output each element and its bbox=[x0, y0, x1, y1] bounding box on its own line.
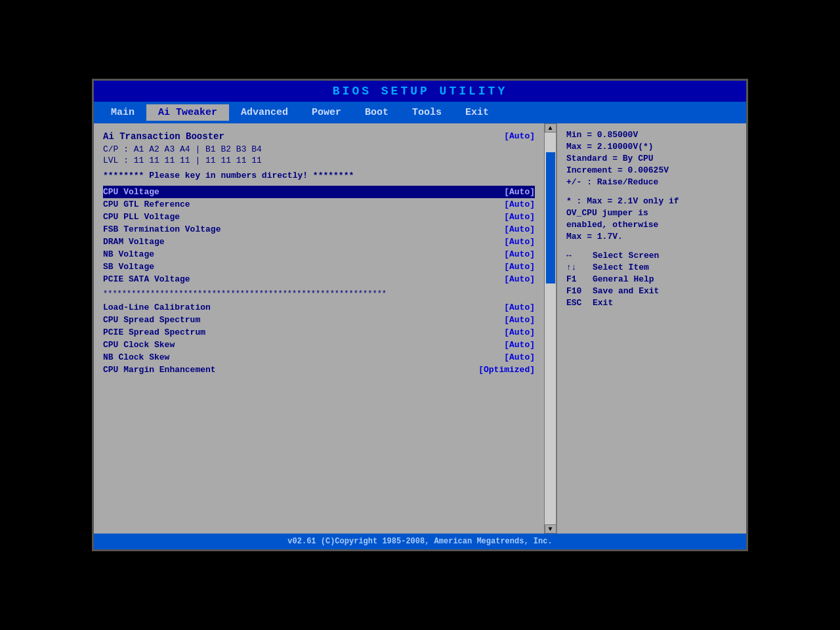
left-panel: Ai Transaction Booster[Auto]C/P : A1 A2 … bbox=[94, 123, 544, 534]
setting2-value-0: [Auto] bbox=[504, 303, 535, 312]
setting2-value-5: [Optimized] bbox=[478, 365, 535, 375]
scrollbar[interactable]: ▲ ▼ bbox=[544, 123, 556, 534]
setting-label-2: CPU PLL Voltage bbox=[103, 212, 180, 222]
key-4: ESC bbox=[566, 298, 593, 308]
setting2-row-0[interactable]: Load-Line Calibration[Auto] bbox=[103, 301, 535, 314]
setting2-value-2: [Auto] bbox=[504, 327, 535, 337]
menu-item-main[interactable]: Main bbox=[99, 104, 146, 121]
setting-row-5[interactable]: NB Voltage[Auto] bbox=[103, 248, 535, 261]
setting-value-5: [Auto] bbox=[504, 249, 535, 259]
atb-value: [Auto] bbox=[504, 131, 535, 143]
info-line-0: Min = 0.85000V bbox=[566, 130, 737, 140]
key-help-row-3: F10Save and Exit bbox=[566, 286, 737, 296]
setting2-value-1: [Auto] bbox=[504, 315, 535, 325]
setting2-label-4: NB Clock Skew bbox=[103, 352, 169, 362]
setting-row-2[interactable]: CPU PLL Voltage[Auto] bbox=[103, 211, 535, 223]
scroll-down-arrow[interactable]: ▼ bbox=[545, 524, 556, 534]
setting2-label-2: PCIE Spread Spectrum bbox=[103, 327, 205, 337]
setting-label-7: PCIE SATA Voltage bbox=[103, 274, 190, 284]
key-desc-2: General Help bbox=[593, 274, 737, 284]
setting-value-0: [Auto] bbox=[504, 187, 535, 197]
setting2-row-3[interactable]: CPU Clock Skew[Auto] bbox=[103, 339, 535, 351]
setting2-label-1: CPU Spread Spectrum bbox=[103, 315, 200, 325]
key-desc-0: Select Screen bbox=[593, 251, 737, 261]
setting-row-7[interactable]: PCIE SATA Voltage[Auto] bbox=[103, 273, 535, 285]
menu-item-exit[interactable]: Exit bbox=[453, 104, 501, 121]
scroll-up-arrow[interactable]: ▲ bbox=[545, 123, 556, 133]
setting-label-1: CPU GTL Reference bbox=[103, 200, 190, 209]
key-help-row-2: F1General Help bbox=[566, 274, 737, 284]
setting2-label-5: CPU Margin Enhancement bbox=[103, 365, 216, 375]
info-line-2: Standard = By CPU bbox=[566, 154, 737, 163]
key-help-section: ↔Select Screen↑↓Select ItemF1General Hel… bbox=[566, 251, 737, 308]
menu-bar: MainAi TweakerAdvancedPowerBootToolsExit bbox=[94, 102, 746, 123]
setting-row-3[interactable]: FSB Termination Voltage[Auto] bbox=[103, 223, 535, 236]
note-line-0: * : Max = 2.1V only if bbox=[566, 196, 737, 206]
atb-label: Ai Transaction Booster bbox=[103, 131, 224, 142]
setting-row-6[interactable]: SB Voltage[Auto] bbox=[103, 261, 535, 273]
setting2-label-0: Load-Line Calibration bbox=[103, 303, 211, 312]
setting-value-2: [Auto] bbox=[504, 212, 535, 222]
notice-line: ******** Please key in numbers directly!… bbox=[103, 171, 535, 180]
menu-item-advanced[interactable]: Advanced bbox=[229, 104, 300, 121]
cp-line: C/P : A1 A2 A3 A4 | B1 B2 B3 B4 bbox=[103, 144, 535, 154]
note-line-3: Max = 1.7V. bbox=[566, 232, 737, 242]
key-help-row-1: ↑↓Select Item bbox=[566, 262, 737, 272]
footer: v02.61 (C)Copyright 1985-2008, American … bbox=[94, 534, 746, 549]
lvl-line: LVL : 11 11 11 11 | 11 11 11 11 bbox=[103, 156, 535, 165]
right-panel: Min = 0.85000VMax = 2.10000V(*)Standard … bbox=[556, 123, 746, 534]
menu-item-power[interactable]: Power bbox=[300, 104, 353, 121]
menu-item-boot[interactable]: Boot bbox=[353, 104, 400, 121]
setting-row-0[interactable]: CPU Voltage[Auto] bbox=[103, 186, 535, 198]
footer-text: v02.61 (C)Copyright 1985-2008, American … bbox=[287, 537, 552, 546]
setting2-row-2[interactable]: PCIE Spread Spectrum[Auto] bbox=[103, 326, 535, 339]
setting2-value-4: [Auto] bbox=[504, 352, 535, 362]
note-section: * : Max = 2.1V only ifOV_CPU jumper isen… bbox=[566, 196, 737, 242]
key-2: F1 bbox=[566, 274, 593, 284]
key-0: ↔ bbox=[566, 251, 593, 261]
setting2-row-1[interactable]: CPU Spread Spectrum[Auto] bbox=[103, 314, 535, 326]
setting-value-3: [Auto] bbox=[504, 224, 535, 234]
key-desc-3: Save and Exit bbox=[593, 286, 737, 296]
setting-row-4[interactable]: DRAM Voltage[Auto] bbox=[103, 236, 535, 248]
setting-value-1: [Auto] bbox=[504, 200, 535, 209]
key-help-row-4: ESCExit bbox=[566, 298, 737, 308]
setting2-row-4[interactable]: NB Clock Skew[Auto] bbox=[103, 351, 535, 364]
setting-label-6: SB Voltage bbox=[103, 262, 154, 272]
setting-value-4: [Auto] bbox=[504, 237, 535, 247]
scroll-thumb bbox=[546, 152, 555, 284]
main-area: Ai Transaction Booster[Auto]C/P : A1 A2 … bbox=[94, 123, 746, 534]
key-1: ↑↓ bbox=[566, 262, 593, 272]
bios-screen: BIOS SETUP UTILITY MainAi TweakerAdvance… bbox=[92, 79, 748, 551]
note-line-1: OV_CPU jumper is bbox=[566, 208, 737, 218]
setting2-value-3: [Auto] bbox=[504, 340, 535, 350]
key-3: F10 bbox=[566, 286, 593, 296]
bios-title: BIOS SETUP UTILITY bbox=[333, 85, 507, 98]
info-section: Min = 0.85000VMax = 2.10000V(*)Standard … bbox=[566, 130, 737, 187]
note-line-2: enabled, otherwise bbox=[566, 220, 737, 230]
setting-label-3: FSB Termination Voltage bbox=[103, 224, 220, 234]
divider-stars: ****************************************… bbox=[103, 289, 535, 299]
title-bar: BIOS SETUP UTILITY bbox=[94, 81, 746, 102]
menu-item-ai-tweaker[interactable]: Ai Tweaker bbox=[146, 104, 229, 121]
setting-label-0: CPU Voltage bbox=[103, 187, 159, 197]
setting-label-4: DRAM Voltage bbox=[103, 237, 165, 247]
content-with-scroll: Ai Transaction Booster[Auto]C/P : A1 A2 … bbox=[94, 123, 556, 534]
setting2-row-5[interactable]: CPU Margin Enhancement[Optimized] bbox=[103, 364, 535, 376]
key-desc-1: Select Item bbox=[593, 262, 737, 272]
key-help-row-0: ↔Select Screen bbox=[566, 251, 737, 261]
info-line-4: +/- : Raise/Reduce bbox=[566, 177, 737, 187]
setting-label-5: NB Voltage bbox=[103, 249, 154, 259]
setting-row-1[interactable]: CPU GTL Reference[Auto] bbox=[103, 198, 535, 211]
scroll-track bbox=[545, 133, 556, 524]
info-line-1: Max = 2.10000V(*) bbox=[566, 142, 737, 152]
atb-header-row: Ai Transaction Booster[Auto] bbox=[103, 130, 535, 144]
setting2-label-3: CPU Clock Skew bbox=[103, 340, 175, 350]
setting-value-7: [Auto] bbox=[504, 274, 535, 284]
info-line-3: Increment = 0.00625V bbox=[566, 165, 737, 175]
menu-item-tools[interactable]: Tools bbox=[400, 104, 453, 121]
key-desc-4: Exit bbox=[593, 298, 737, 308]
setting-value-6: [Auto] bbox=[504, 262, 535, 272]
